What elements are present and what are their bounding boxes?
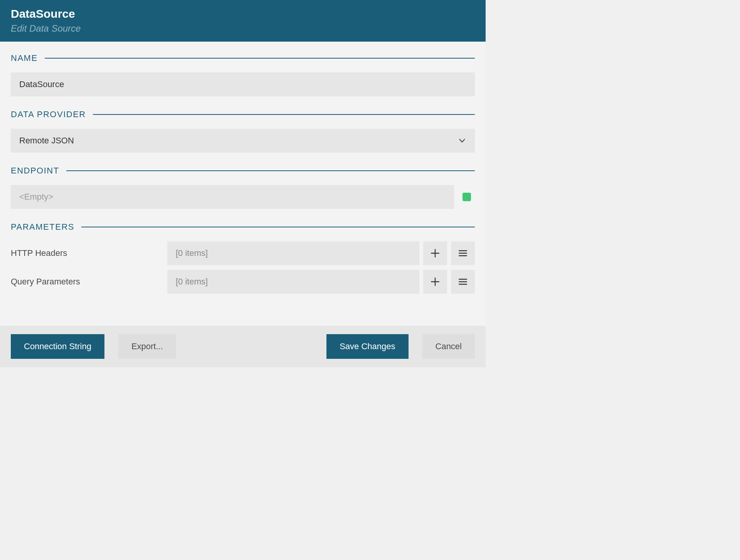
query-parameters-add-button[interactable] [423,270,447,294]
header-subtitle: Edit Data Source [11,23,475,34]
http-headers-list-button[interactable] [451,241,475,265]
chevron-down-icon [458,136,466,145]
section-name-label: NAME [11,53,38,63]
section-divider [81,227,475,227]
name-input[interactable] [11,72,475,96]
list-icon [458,277,468,287]
section-data-provider: DATA PROVIDER Remote JSON [11,109,475,153]
panel-header: DataSource Edit Data Source [0,0,486,42]
endpoint-status-indicator [462,193,471,201]
data-provider-value: Remote JSON [19,136,458,146]
query-parameters-row: Query Parameters [0 items] [11,270,475,294]
query-parameters-label: Query Parameters [11,277,163,287]
header-title: DataSource [11,7,475,21]
section-name: NAME [11,53,475,96]
edit-data-source-panel: DataSource Edit Data Source NAME DATA PR… [0,0,486,367]
plus-icon [430,248,440,258]
http-headers-label: HTTP Headers [11,248,163,258]
http-headers-summary: [0 items] [167,241,419,265]
section-data-provider-label: DATA PROVIDER [11,109,86,119]
section-parameters-label: PARAMETERS [11,222,74,232]
export-button[interactable]: Export... [118,334,176,359]
section-endpoint-label: ENDPOINT [11,166,59,176]
list-icon [458,248,468,258]
section-parameters: PARAMETERS HTTP Headers [0 items] [11,222,475,294]
cancel-button[interactable]: Cancel [422,334,475,359]
query-parameters-list-button[interactable] [451,270,475,294]
section-divider [45,58,475,59]
endpoint-input[interactable] [11,185,454,209]
panel-footer: Connection String Export... Save Changes… [0,326,486,367]
section-divider [66,170,475,171]
data-provider-select[interactable]: Remote JSON [11,129,475,153]
section-divider [93,114,475,115]
connection-string-button[interactable]: Connection String [11,334,104,359]
panel-body: NAME DATA PROVIDER Remote JSON ENDPOINT [0,42,486,326]
save-changes-button[interactable]: Save Changes [326,334,408,359]
http-headers-add-button[interactable] [423,241,447,265]
http-headers-row: HTTP Headers [0 items] [11,241,475,265]
plus-icon [430,277,440,287]
section-endpoint: ENDPOINT [11,166,475,209]
query-parameters-summary: [0 items] [167,270,419,294]
